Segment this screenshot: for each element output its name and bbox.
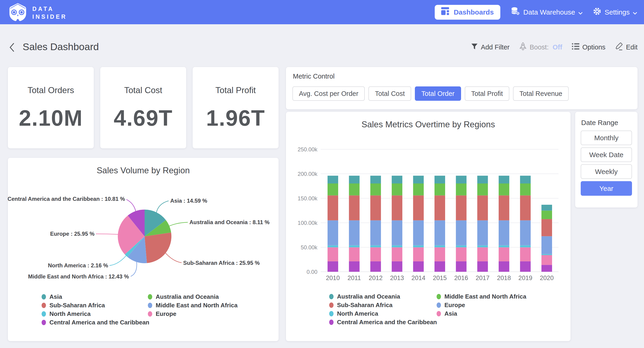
bar-segment-2016-asia[interactable] bbox=[456, 247, 466, 261]
bar-segment-2012-asia[interactable] bbox=[370, 247, 381, 261]
bar-segment-2010-middle-east-and-north-africa[interactable] bbox=[328, 183, 338, 195]
bar-segment-2011-europe[interactable] bbox=[349, 220, 360, 245]
bar-segment-2018-asia[interactable] bbox=[499, 247, 509, 261]
bar-segment-2015-sub-saharan-africa[interactable] bbox=[434, 195, 445, 220]
bar-segment-2011-asia[interactable] bbox=[349, 247, 360, 261]
bar-segment-2020-australia-and-oceania[interactable] bbox=[542, 205, 552, 210]
bar-segment-2011-central-america-and-the-caribbean[interactable] bbox=[349, 261, 360, 272]
bar-segment-2018-sub-saharan-africa[interactable] bbox=[499, 195, 509, 220]
bar-segment-2016-middle-east-and-north-africa[interactable] bbox=[456, 183, 466, 195]
bar-segment-2019-sub-saharan-africa[interactable] bbox=[520, 195, 530, 220]
bar-segment-2014-north-america[interactable] bbox=[413, 245, 424, 247]
bar-segment-2020-central-america-and-the-caribbean[interactable] bbox=[542, 265, 552, 272]
bar-segment-2013-sub-saharan-africa[interactable] bbox=[392, 195, 402, 220]
bar-segment-2020-middle-east-and-north-africa[interactable] bbox=[542, 210, 552, 219]
bar-segment-2016-sub-saharan-africa[interactable] bbox=[456, 195, 466, 220]
bar-segment-2011-australia-and-oceania[interactable] bbox=[349, 176, 360, 183]
bar-segment-2011-north-america[interactable] bbox=[349, 245, 360, 247]
bar-segment-2017-north-america[interactable] bbox=[477, 245, 488, 247]
metric-option-total-revenue[interactable]: Total Revenue bbox=[513, 86, 569, 101]
bar-segment-2020-sub-saharan-africa[interactable] bbox=[542, 219, 552, 236]
bar-segment-2013-middle-east-and-north-africa[interactable] bbox=[392, 183, 402, 195]
edit-button[interactable]: Edit bbox=[615, 43, 638, 52]
date-range-option-monthly[interactable]: Monthly bbox=[581, 131, 632, 145]
date-range-option-year[interactable]: Year bbox=[581, 181, 632, 196]
bar-segment-2010-central-america-and-the-caribbean[interactable] bbox=[328, 261, 338, 272]
boost-toggle[interactable]: Boost: Off bbox=[519, 42, 562, 53]
bar-segment-2014-central-america-and-the-caribbean[interactable] bbox=[413, 261, 424, 272]
bar-segment-2012-sub-saharan-africa[interactable] bbox=[370, 195, 381, 220]
bar-segment-2013-asia[interactable] bbox=[392, 247, 402, 261]
bar-segment-2020-asia[interactable] bbox=[542, 255, 552, 265]
bar-segment-2010-north-america[interactable] bbox=[328, 245, 338, 247]
bar-segment-2014-middle-east-and-north-africa[interactable] bbox=[413, 183, 424, 195]
bar-segment-2014-australia-and-oceania[interactable] bbox=[413, 176, 424, 183]
metric-option-avg-cost-per-order[interactable]: Avg. Cost per Order bbox=[292, 86, 365, 101]
options-button[interactable]: Options bbox=[572, 43, 606, 52]
bar-segment-2015-asia[interactable] bbox=[434, 247, 445, 261]
bar-segment-2015-north-america[interactable] bbox=[434, 245, 445, 247]
bar-segment-2020-europe[interactable] bbox=[542, 236, 552, 254]
bar-segment-2010-asia[interactable] bbox=[328, 247, 338, 261]
date-range-option-week-date[interactable]: Week Date bbox=[581, 147, 632, 162]
x-axis-tick-label: 2012 bbox=[369, 274, 382, 281]
bar-segment-2015-australia-and-oceania[interactable] bbox=[434, 176, 445, 183]
metric-option-total-cost[interactable]: Total Cost bbox=[368, 86, 411, 101]
bar-segment-2018-north-america[interactable] bbox=[499, 245, 509, 247]
bar-segment-2011-sub-saharan-africa[interactable] bbox=[349, 195, 360, 220]
bar-segment-2014-sub-saharan-africa[interactable] bbox=[413, 195, 424, 220]
bar-segment-2013-australia-and-oceania[interactable] bbox=[392, 176, 402, 183]
bar-segment-2019-australia-and-oceania[interactable] bbox=[520, 176, 530, 183]
bar-segment-2018-australia-and-oceania[interactable] bbox=[499, 176, 509, 183]
metric-option-total-profit[interactable]: Total Profit bbox=[465, 86, 509, 101]
metric-option-total-order[interactable]: Total Order bbox=[415, 86, 461, 101]
bar-segment-2016-europe[interactable] bbox=[456, 220, 466, 245]
bar-segment-2010-sub-saharan-africa[interactable] bbox=[328, 195, 338, 220]
pie-slice-sub-saharan-africa[interactable] bbox=[144, 232, 172, 263]
bar-segment-2015-central-america-and-the-caribbean[interactable] bbox=[434, 261, 445, 272]
add-filter-button[interactable]: Add Filter bbox=[471, 43, 510, 52]
bar-segment-2019-asia[interactable] bbox=[520, 247, 530, 261]
bar-segment-2015-middle-east-and-north-africa[interactable] bbox=[434, 183, 445, 195]
bar-segment-2018-central-america-and-the-caribbean[interactable] bbox=[499, 261, 509, 272]
bar-segment-2015-europe[interactable] bbox=[434, 220, 445, 245]
bar-segment-2012-australia-and-oceania[interactable] bbox=[370, 176, 381, 183]
nav-item-data-warehouse[interactable]: Data Warehouse bbox=[510, 7, 582, 18]
bar-segment-2017-middle-east-and-north-africa[interactable] bbox=[477, 183, 488, 195]
bar-segment-2012-north-america[interactable] bbox=[370, 245, 381, 247]
bar-segment-2020-north-america[interactable] bbox=[542, 254, 552, 255]
back-button[interactable] bbox=[8, 43, 15, 53]
bar-segment-2014-asia[interactable] bbox=[413, 247, 424, 261]
bar-segment-2016-central-america-and-the-caribbean[interactable] bbox=[456, 261, 466, 272]
date-range-option-weekly[interactable]: Weekly bbox=[581, 164, 632, 179]
bar-segment-2013-north-america[interactable] bbox=[392, 245, 402, 247]
bar-segment-2011-middle-east-and-north-africa[interactable] bbox=[349, 183, 360, 195]
nav-item-settings[interactable]: Settings bbox=[593, 7, 637, 17]
pie-callout-line bbox=[169, 222, 188, 226]
bar-segment-2014-europe[interactable] bbox=[413, 220, 424, 245]
chevron-down-icon bbox=[578, 8, 582, 16]
bar-segment-2018-europe[interactable] bbox=[499, 220, 509, 245]
bar-segment-2017-central-america-and-the-caribbean[interactable] bbox=[477, 261, 488, 272]
bar-segment-2012-central-america-and-the-caribbean[interactable] bbox=[370, 261, 381, 272]
navbar: DATA INSIDER Dashboards bbox=[0, 0, 644, 24]
bar-segment-2016-north-america[interactable] bbox=[456, 245, 466, 247]
bar-segment-2013-central-america-and-the-caribbean[interactable] bbox=[392, 261, 402, 272]
bar-segment-2010-europe[interactable] bbox=[328, 220, 338, 245]
bar-segment-2017-europe[interactable] bbox=[477, 220, 488, 245]
bar-segment-2017-asia[interactable] bbox=[477, 247, 488, 261]
bar-segment-2012-middle-east-and-north-africa[interactable] bbox=[370, 183, 381, 195]
bar-segment-2019-central-america-and-the-caribbean[interactable] bbox=[520, 261, 530, 272]
nav-item-dashboards[interactable]: Dashboards bbox=[435, 5, 500, 20]
bar-segment-2019-north-america[interactable] bbox=[520, 245, 530, 247]
bar-segment-2017-sub-saharan-africa[interactable] bbox=[477, 195, 488, 220]
bar-segment-2018-middle-east-and-north-africa[interactable] bbox=[499, 183, 509, 195]
bar-segment-2010-australia-and-oceania[interactable] bbox=[328, 176, 338, 183]
list-options-icon bbox=[572, 43, 579, 52]
bar-segment-2017-australia-and-oceania[interactable] bbox=[477, 176, 488, 183]
bar-segment-2016-australia-and-oceania[interactable] bbox=[456, 176, 466, 183]
bar-segment-2013-europe[interactable] bbox=[392, 220, 402, 245]
bar-segment-2019-europe[interactable] bbox=[520, 220, 530, 245]
bar-segment-2012-europe[interactable] bbox=[370, 220, 381, 245]
bar-segment-2019-middle-east-and-north-africa[interactable] bbox=[520, 183, 530, 195]
